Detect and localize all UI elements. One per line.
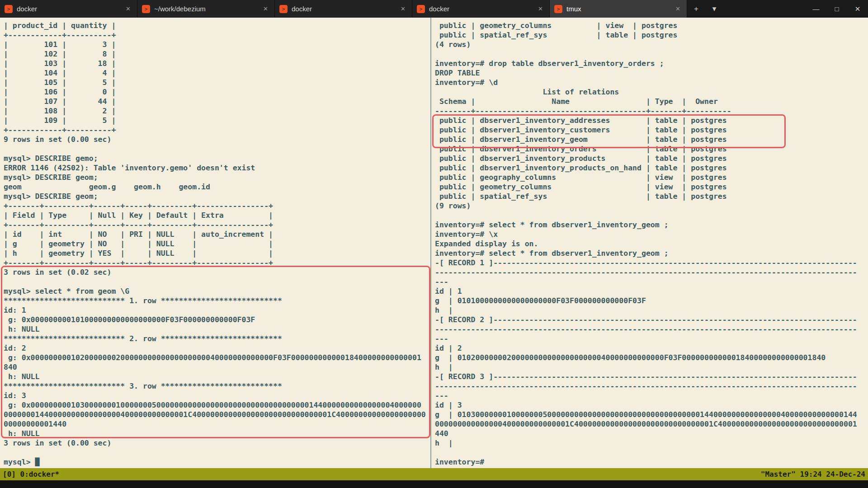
terminal-line xyxy=(435,211,864,220)
terminal-line: *************************** 1. row *****… xyxy=(4,296,427,305)
terminal-line: public | spatial_ref_sys | table | postg… xyxy=(435,30,864,40)
terminal-line: ----------------------------------------… xyxy=(435,267,864,277)
terminal-line: | h | geometry | YES | | NULL | | xyxy=(4,249,427,258)
tab-bar: >docker✕>~/work/debezium✕>docker✕>docker… xyxy=(0,0,868,18)
terminal-line: --- xyxy=(435,277,864,286)
terminal-line: inventory=# xyxy=(435,457,864,467)
terminal-line: id: 1 xyxy=(4,305,427,315)
terminal-line: id | 2 xyxy=(435,343,864,353)
terminal-line: | 105 | 5 | xyxy=(4,78,427,87)
terminal-line: -[ RECORD 3 ]---------------------------… xyxy=(435,372,864,381)
terminal-line: id: 3 xyxy=(4,391,427,400)
terminal-line: inventory=# select * from dbserver1_inve… xyxy=(435,249,864,258)
terminal-line: g: 0x00000000010200000002000000000000000… xyxy=(4,353,427,362)
tmux-status-bar: [0] 0:docker* "Master" 19:24 24-Dec-24 xyxy=(0,468,868,480)
terminal-line: 000000000000000400000000000001C400000000… xyxy=(435,419,864,429)
terminal-line: 9 rows in set (0.00 sec) xyxy=(4,135,427,144)
tab-close-icon[interactable]: ✕ xyxy=(399,5,407,13)
terminal-line: public | dbserver1_inventory_addresses |… xyxy=(435,116,864,125)
terminal-line: mysql> DESCRIBE gemo; xyxy=(4,154,427,163)
tab-title: docker xyxy=(429,5,532,13)
tmux-pane-mysql[interactable]: | product_id | quantity |+------------+-… xyxy=(0,18,430,468)
terminal-line: 00000000001440 xyxy=(4,419,427,429)
terminal-line: *************************** 3. row *****… xyxy=(4,381,427,391)
terminal-app-icon: > xyxy=(417,5,425,13)
terminal-line: id | 1 xyxy=(435,286,864,296)
close-button[interactable]: ✕ xyxy=(847,0,868,18)
terminal-line: List of relations xyxy=(435,87,864,97)
tab-close-icon[interactable]: ✕ xyxy=(536,5,545,13)
terminal-window: >docker✕>~/work/debezium✕>docker✕>docker… xyxy=(0,0,868,488)
terminal-line: --- xyxy=(435,391,864,400)
tmux-session-window-label[interactable]: [0] 0:docker* xyxy=(3,470,59,479)
terminal-line: h: NULL xyxy=(4,429,427,438)
terminal-line: | 103 | 18 | xyxy=(4,59,427,68)
tab-close-icon[interactable]: ✕ xyxy=(261,5,270,13)
terminal-line: h | xyxy=(435,438,864,448)
terminal-line: 840 xyxy=(4,362,427,372)
terminal-line: | product_id | quantity | xyxy=(4,21,427,30)
terminal-line: h | xyxy=(435,305,864,315)
terminal-line: public | geometry_columns | view | postg… xyxy=(435,21,864,30)
tmux-pane-divider[interactable] xyxy=(430,18,431,468)
tab-docker[interactable]: >docker✕ xyxy=(0,0,137,18)
terminal-line: | 107 | 44 | xyxy=(4,97,427,106)
terminal-line: +------------+----------+ xyxy=(4,30,427,40)
terminal-line: | 101 | 3 | xyxy=(4,40,427,49)
terminal-line: g | 0101000000000000000000F03F0000000000… xyxy=(435,296,864,305)
terminal-line: | id | int | NO | PRI | NULL | auto_incr… xyxy=(4,230,427,239)
terminal-line: Schema | Name | Type | Owner xyxy=(435,97,864,106)
terminal-line xyxy=(4,277,427,286)
terminal-line: public | spatial_ref_sys | table | postg… xyxy=(435,192,864,201)
terminal-line: g | 010300000001000000050000000000000000… xyxy=(435,410,864,419)
terminal-line: public | dbserver1_inventory_customers |… xyxy=(435,125,864,135)
terminal-line: mysql> █ xyxy=(4,457,427,467)
tmux-host-clock-label: "Master" 19:24 24-Dec-24 xyxy=(761,470,865,479)
terminal-line: public | dbserver1_inventory_orders | ta… xyxy=(435,144,864,154)
terminal-line: ERROR 1146 (42S02): Table 'inventory.gem… xyxy=(4,163,427,173)
terminal-line: id | 3 xyxy=(435,400,864,410)
tab-close-icon[interactable]: ✕ xyxy=(674,5,682,13)
terminal-line: h: NULL xyxy=(4,324,427,334)
terminal-app-icon: > xyxy=(554,5,562,13)
terminal-line: h: NULL xyxy=(4,372,427,381)
terminal-line: mysql> select * from geom \G xyxy=(4,286,427,296)
terminal-line: public | dbserver1_inventory_geom | tabl… xyxy=(435,135,864,144)
new-tab-button[interactable]: + xyxy=(687,0,705,18)
tab-menu-chevron-icon[interactable]: ▾ xyxy=(705,0,723,18)
terminal-line: inventory=# \x xyxy=(435,230,864,239)
window-controls: — □ ✕ xyxy=(806,0,868,18)
terminal-line: (9 rows) xyxy=(435,201,864,211)
terminal-line: 440 xyxy=(435,429,864,438)
terminal-line: public | dbserver1_inventory_products | … xyxy=(435,154,864,163)
terminal-line xyxy=(4,144,427,154)
tab-docker[interactable]: >docker✕ xyxy=(275,0,412,18)
terminal-line: inventory=# select * from dbserver1_inve… xyxy=(435,220,864,230)
terminal-line: mysql> DESCRIBE geom; xyxy=(4,173,427,182)
terminal-app-icon: > xyxy=(279,5,288,13)
terminal-line: +-------+----------+------+-----+-------… xyxy=(4,201,427,211)
terminal-line: | 106 | 0 | xyxy=(4,87,427,97)
terminal-line: | g | geometry | NO | | NULL | | xyxy=(4,239,427,249)
terminal-line: 3 rows in set (0.02 sec) xyxy=(4,267,427,277)
terminal-line: -[ RECORD 1 ]---------------------------… xyxy=(435,258,864,267)
terminal-line: ----------------------------------------… xyxy=(435,324,864,334)
tab-close-icon[interactable]: ✕ xyxy=(124,5,132,13)
terminal-line xyxy=(435,448,864,457)
tab-work-debezium[interactable]: >~/work/debezium✕ xyxy=(137,0,275,18)
minimize-button[interactable]: — xyxy=(806,0,826,18)
tab-docker[interactable]: >docker✕ xyxy=(412,0,550,18)
terminal-line: | 109 | 5 | xyxy=(4,116,427,125)
terminal-line: public | geometry_columns | view | postg… xyxy=(435,182,864,192)
tab-title: docker xyxy=(17,5,120,13)
maximize-button[interactable]: □ xyxy=(826,0,847,18)
terminal-line: h | xyxy=(435,362,864,372)
terminal-line: 0000000144000000000000000040000000000000… xyxy=(4,410,427,419)
terminal-line: | 104 | 4 | xyxy=(4,68,427,78)
terminal-line: public | dbserver1_inventory_products_on… xyxy=(435,163,864,173)
terminal-line xyxy=(435,49,864,59)
tab-tmux[interactable]: >tmux✕ xyxy=(550,0,687,18)
terminal-line: 3 rows in set (0.00 sec) xyxy=(4,438,427,448)
terminal-line: DROP TABLE xyxy=(435,68,864,78)
tmux-pane-postgres[interactable]: public | geometry_columns | view | postg… xyxy=(431,18,868,468)
